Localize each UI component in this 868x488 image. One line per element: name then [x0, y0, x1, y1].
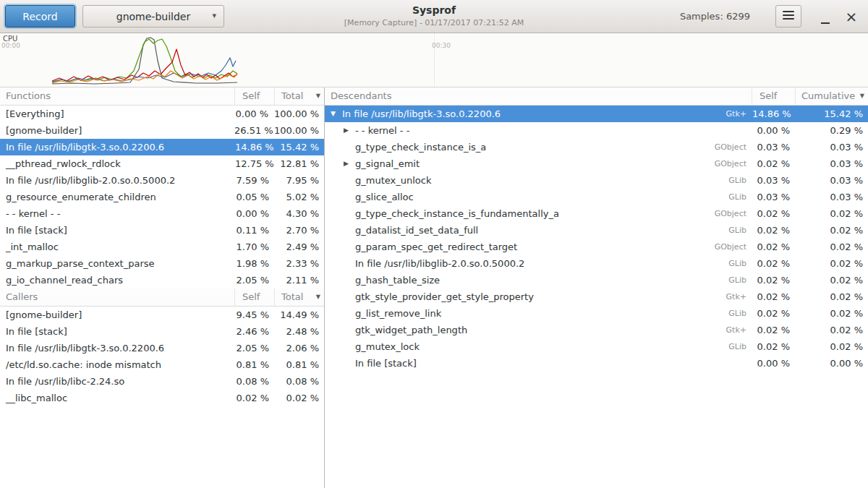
descendant-name: In file [stack]	[355, 355, 417, 372]
column-header-total[interactable]: Total ▼	[275, 87, 324, 105]
table-row[interactable]: [gnome-builder]9.45 %14.49 %	[0, 307, 324, 323]
library-badge: GLib	[728, 272, 752, 288]
table-row[interactable]: g_markup_parse_context_parse1.98 %2.33 %	[0, 255, 324, 272]
self-value: 0.02 %	[752, 338, 796, 355]
table-row[interactable]: ▶g_signal_emitGObject0.02 %0.03 %	[325, 155, 868, 172]
function-name: [Everything]	[0, 106, 234, 122]
descendant-name: g_type_check_instance_is_fundamentally_a	[355, 205, 559, 222]
functions-table-header: Functions Self Total ▼	[0, 87, 324, 106]
record-button[interactable]: Record	[5, 5, 75, 27]
column-header-self[interactable]: Self	[235, 87, 275, 105]
table-row[interactable]: gtk_widget_path_lengthGtk+0.02 %0.02 %	[325, 322, 868, 338]
cumulative-value: 0.02 %	[796, 222, 868, 239]
table-row[interactable]: In file /usr/lib/libglib-2.0.so.0.5000.2…	[0, 172, 324, 189]
table-row[interactable]: In file /usr/lib/libgtk-3.so.0.2200.614.…	[0, 139, 324, 155]
table-row[interactable]: g_list_remove_linkGLib0.02 %0.02 %	[325, 305, 868, 322]
table-row[interactable]: g_type_check_instance_is_aGObject0.03 %0…	[325, 139, 868, 155]
column-header-self[interactable]: Self	[235, 288, 275, 306]
table-row[interactable]: __pthread_rwlock_rdlock12.75 %12.81 %	[0, 155, 324, 172]
cumulative-value: 0.02 %	[796, 255, 868, 272]
expander-icon[interactable]: ▶	[344, 122, 355, 139]
table-row[interactable]: In file /usr/lib/libgtk-3.so.0.2200.62.0…	[0, 340, 324, 356]
descendant-name: g_param_spec_get_redirect_target	[355, 239, 517, 255]
column-header-self[interactable]: Self	[752, 87, 796, 105]
hamburger-icon	[783, 9, 794, 22]
total-value: 12.81 %	[275, 155, 324, 172]
process-selector-label: gnome-builder	[116, 11, 190, 22]
self-value: 0.02 %	[752, 272, 796, 288]
total-value: 0.02 %	[275, 390, 324, 406]
table-row[interactable]: In file [stack]0.11 %2.70 %	[0, 222, 324, 239]
descendant-name-cell: g_hash_table_sizeGLib	[325, 272, 752, 288]
self-value: 0.08 %	[235, 373, 275, 390]
table-row[interactable]: g_io_channel_read_chars2.05 %2.11 %	[0, 272, 324, 288]
table-row[interactable]: ▼In file /usr/lib/libgtk-3.so.0.2200.6Gt…	[325, 106, 868, 122]
column-header-total[interactable]: Total ▼	[275, 288, 324, 306]
table-row[interactable]: ▶- - kernel - -0.00 %0.29 %	[325, 122, 868, 139]
total-value: 2.11 %	[275, 272, 324, 288]
column-header-total-label: Total	[281, 90, 303, 101]
table-row[interactable]: g_param_spec_get_redirect_targetGObject0…	[325, 239, 868, 255]
table-row[interactable]: __libc_malloc0.02 %0.02 %	[0, 390, 324, 406]
table-row[interactable]: _int_malloc1.70 %2.49 %	[0, 239, 324, 255]
table-row[interactable]: gtk_style_provider_get_style_propertyGtk…	[325, 288, 868, 305]
table-row[interactable]: /etc/ld.so.cache: inode mismatch0.81 %0.…	[0, 356, 324, 373]
self-value: 26.51 %	[234, 122, 274, 139]
table-row[interactable]: g_type_check_instance_is_fundamentally_a…	[325, 205, 868, 222]
table-row[interactable]: g_resource_enumerate_children0.05 %5.02 …	[0, 189, 324, 205]
samples-count: Samples: 6299	[680, 0, 750, 33]
menu-button[interactable]	[775, 5, 801, 27]
table-row[interactable]: [Everything]0.00 %100.00 %	[0, 106, 324, 122]
expander-icon[interactable]: ▼	[331, 106, 342, 122]
total-value: 5.02 %	[275, 189, 324, 205]
functions-table-body: [Everything]0.00 %100.00 %[gnome-builder…	[0, 106, 324, 288]
library-badge: GLib	[728, 255, 752, 272]
table-row[interactable]: In file /usr/lib/libc-2.24.so0.08 %0.08 …	[0, 373, 324, 390]
total-value: 2.70 %	[275, 222, 324, 239]
function-name: In file [stack]	[0, 323, 235, 340]
table-row[interactable]: g_hash_table_sizeGLib0.02 %0.02 %	[325, 272, 868, 288]
close-button[interactable]: ×	[841, 6, 862, 27]
total-value: 0.08 %	[275, 373, 324, 390]
table-row[interactable]: g_datalist_id_set_data_fullGLib0.02 %0.0…	[325, 222, 868, 239]
self-value: 2.05 %	[235, 340, 275, 356]
sort-indicator-icon: ▼	[860, 87, 864, 105]
table-row[interactable]: g_mutex_unlockGLib0.03 %0.03 %	[325, 172, 868, 189]
minimize-button[interactable]	[814, 6, 836, 27]
self-value: 0.02 %	[752, 288, 796, 305]
table-row[interactable]: [gnome-builder]26.51 %100.00 %	[0, 122, 324, 139]
self-value: 0.02 %	[752, 205, 796, 222]
table-row[interactable]: In file [stack]2.46 %2.48 %	[0, 323, 324, 340]
descendant-name: g_list_remove_link	[355, 305, 441, 322]
self-value: 0.05 %	[235, 189, 275, 205]
main-content: Functions Self Total ▼ [Everything]0.00 …	[0, 87, 868, 488]
right-pane: Descendants Self Cumulative ▼ ▼In file /…	[325, 87, 868, 488]
process-selector[interactable]: gnome-builder ▾	[82, 5, 224, 27]
descendant-name: gtk_style_provider_get_style_property	[355, 288, 534, 305]
table-row[interactable]: - - kernel - -0.00 %4.30 %	[0, 205, 324, 222]
descendant-name: g_datalist_id_set_data_full	[355, 222, 478, 239]
descendant-name: g_type_check_instance_is_a	[355, 139, 486, 155]
library-badge: GLib	[728, 189, 752, 205]
cumulative-value: 0.02 %	[796, 288, 868, 305]
cpu-graph[interactable]: CPU 00:00 00:30	[0, 33, 868, 87]
expander-icon[interactable]: ▶	[344, 155, 355, 172]
descendant-name-cell: g_mutex_unlockGLib	[325, 172, 752, 189]
descendant-name: g_mutex_unlock	[355, 172, 431, 189]
function-name: g_io_channel_read_chars	[0, 272, 235, 288]
self-value: 0.00 %	[752, 355, 796, 372]
cumulative-value: 0.00 %	[796, 355, 868, 372]
table-row[interactable]: In file /usr/lib/libglib-2.0.so.0.5000.2…	[325, 255, 868, 272]
column-header-cumulative[interactable]: Cumulative ▼	[796, 87, 868, 105]
function-name: - - kernel - -	[0, 205, 235, 222]
self-value: 0.81 %	[235, 356, 275, 373]
total-value: 4.30 %	[275, 205, 324, 222]
column-header-descendants[interactable]: Descendants	[325, 87, 752, 105]
column-header-callers[interactable]: Callers	[0, 288, 235, 306]
column-header-functions[interactable]: Functions	[0, 87, 235, 105]
table-row[interactable]: g_slice_allocGLib0.03 %0.03 %	[325, 189, 868, 205]
cumulative-value: 0.02 %	[796, 239, 868, 255]
table-row[interactable]: In file [stack]0.00 %0.00 %	[325, 355, 868, 372]
self-value: 0.00 %	[235, 205, 275, 222]
table-row[interactable]: g_mutex_lockGLib0.02 %0.02 %	[325, 338, 868, 355]
